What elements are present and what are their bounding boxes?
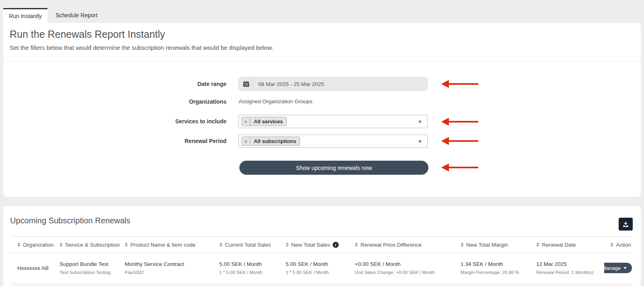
renewals-title: Upcoming Subscription Renewals <box>10 216 130 225</box>
cell-service-subscription: Support Bundle Test Test Subscription Te… <box>53 253 119 283</box>
table-header-row: Organization Service & Subscription Prod… <box>11 236 633 253</box>
col-header-new-total-margin[interactable]: New Total Margin <box>455 237 530 253</box>
cell-new-total-margin: 1.34 SEK / Month Margin Percentage: 26.8… <box>455 253 530 283</box>
col-header-label: Organization <box>23 242 54 248</box>
col-header-renewal-date[interactable]: Renewal Date <box>530 237 604 253</box>
annotation-arrow-submit <box>441 163 478 172</box>
next-row-strip <box>11 283 633 286</box>
tag-remove-icon[interactable]: × <box>242 137 250 145</box>
renewals-table: Organization Service & Subscription Prod… <box>11 236 633 286</box>
tag-label: All subscriptions <box>250 137 300 145</box>
services-to-include-input[interactable]: × All services × <box>239 115 428 128</box>
cell-organization: Hxxxxxxx AB <box>11 253 53 283</box>
tab-schedule-report[interactable]: Schedule Report <box>47 8 105 23</box>
upcoming-renewals-panel: Upcoming Subscription Renewals Organizat… <box>3 206 641 286</box>
organizations-value: Assigned Organization Groups <box>239 96 428 107</box>
show-upcoming-renewals-button[interactable]: Show upcoming renewals now <box>239 161 428 175</box>
col-header-label: New Total Margin <box>466 242 508 248</box>
cell-action: Manage <box>604 253 633 283</box>
renewal-period-input[interactable]: × All subscriptions × <box>239 135 428 148</box>
annotation-arrow-services <box>441 118 478 126</box>
date-range-value: 08 Mar 2025 - 25 Mar 2025 <box>253 78 324 90</box>
section-divider <box>3 61 641 61</box>
col-header-label: Current Total Sales <box>225 242 271 248</box>
tab-run-instantly[interactable]: Run Instantly <box>3 8 47 23</box>
annotation-arrow-date-range <box>441 80 478 88</box>
page-subtitle: Set the filters below that would determi… <box>10 44 273 51</box>
col-header-new-total-sales[interactable]: New Total Sales i <box>280 237 349 253</box>
col-header-organization[interactable]: Organization <box>11 237 53 253</box>
services-selected-tag: × All services <box>241 117 287 126</box>
organizations-label: Organizations <box>126 96 226 107</box>
renewal-selected-tag: × All subscriptions <box>241 137 300 146</box>
services-clear-icon[interactable]: × <box>418 115 422 128</box>
renewal-period-label: Renewal Period <box>126 135 226 148</box>
info-icon[interactable]: i <box>333 242 339 248</box>
col-header-label: Renewal Price Difference <box>360 242 422 248</box>
sort-icon <box>219 243 222 247</box>
calendar-icon <box>239 78 253 90</box>
col-header-current-total-sales[interactable]: Current Total Sales <box>213 237 280 253</box>
col-header-label: Service & Subscription <box>65 242 120 248</box>
col-header-label: Renewal Date <box>542 242 576 248</box>
download-icon <box>622 221 629 228</box>
col-header-label: Product Name & Item code <box>130 242 195 248</box>
sort-icon <box>610 243 613 247</box>
manage-button[interactable]: Manage <box>604 263 632 273</box>
manage-button-label: Manage <box>604 265 621 271</box>
cell-new-total-sales: 5.00 SEK / Month 1 * 5.00 SEK / Month <box>280 253 349 283</box>
col-header-label: Action <box>616 242 631 248</box>
table-row: Hxxxxxxx AB Support Bundle Test Test Sub… <box>11 253 633 283</box>
sort-icon <box>461 243 464 247</box>
page-title: Run the Renewals Report Instantly <box>10 29 165 40</box>
run-report-panel: Run the Renewals Report Instantly Set th… <box>3 23 641 197</box>
sort-icon <box>286 243 289 247</box>
download-button[interactable] <box>619 218 633 231</box>
sort-icon <box>125 243 128 247</box>
caret-down-icon <box>623 267 627 269</box>
col-header-product-name[interactable]: Product Name & Item code <box>119 237 213 253</box>
cell-product-name: Monthy Service Contract PaaS002 <box>119 253 213 283</box>
col-header-action[interactable]: Action <box>604 237 633 253</box>
col-header-service-subscription[interactable]: Service & Subscription <box>53 237 119 253</box>
date-range-label: Date range <box>126 77 226 91</box>
sort-icon <box>355 243 358 247</box>
cell-renewal-price-difference: +0.00 SEK / Month Unit Sales Change: +0.… <box>349 253 455 283</box>
tag-label: All services <box>250 117 286 126</box>
sort-icon <box>60 243 63 247</box>
renewal-clear-icon[interactable]: × <box>418 135 422 147</box>
col-header-renewal-price-difference[interactable]: Renewal Price Difference <box>349 237 455 253</box>
cell-current-total-sales: 5.00 SEK / Month 1 * 5.00 SEK / Month <box>213 253 280 283</box>
cell-renewal-date: 12 Mar 2025 Renewal Period: 1 Month(s) <box>530 253 604 283</box>
col-header-label: New Total Sales <box>291 242 330 248</box>
tag-remove-icon[interactable]: × <box>242 117 250 126</box>
date-range-input[interactable]: 08 Mar 2025 - 25 Mar 2025 <box>239 77 428 91</box>
annotation-arrow-renewal-period <box>441 137 478 145</box>
services-to-include-label: Services to include <box>126 115 226 128</box>
sort-icon <box>17 243 21 247</box>
sort-icon <box>536 243 539 247</box>
